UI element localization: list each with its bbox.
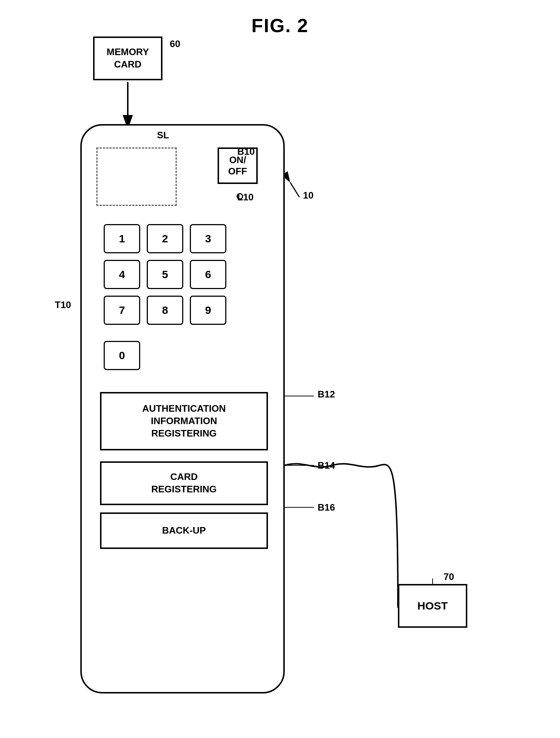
key-4[interactable]: 4 [104, 260, 140, 289]
key-6[interactable]: 6 [190, 260, 226, 289]
host-box: HOST [398, 584, 467, 628]
card-slot [96, 147, 177, 206]
card-slot-label: SL [157, 130, 169, 141]
key-7[interactable]: 7 [104, 296, 140, 325]
led-ref-label: L10 [237, 192, 254, 203]
host-label: HOST [417, 600, 448, 612]
auth-info-registering-button[interactable]: AUTHENTICATIONINFORMATIONREGISTERING [100, 392, 268, 450]
key-3[interactable]: 3 [190, 224, 226, 253]
keypad-ref-label: T10 [55, 299, 71, 311]
key-8[interactable]: 8 [147, 296, 183, 325]
host-ref-label: 70 [444, 571, 454, 583]
backup-button[interactable]: BACK-UP [100, 512, 268, 549]
memory-card-ref: 60 [170, 38, 180, 50]
keypad: 1 2 3 4 5 6 7 8 9 [104, 224, 226, 325]
backup-button-ref: B16 [318, 502, 335, 513]
key-0[interactable]: 0 [104, 341, 140, 370]
memory-card-box: MEMORYCARD [93, 36, 162, 80]
auth-button-ref: B12 [318, 389, 335, 400]
key-5[interactable]: 5 [147, 260, 183, 289]
svg-line-6 [290, 182, 299, 197]
on-off-ref-label: B10 [237, 146, 255, 157]
key-2[interactable]: 2 [147, 224, 183, 253]
card-button-ref: B14 [318, 460, 335, 471]
device-ref-label: 10 [303, 190, 314, 201]
key-1[interactable]: 1 [104, 224, 140, 253]
key-0-row: 0 [104, 341, 140, 370]
key-9[interactable]: 9 [190, 296, 226, 325]
memory-card-label: MEMORYCARD [107, 46, 149, 71]
card-registering-button[interactable]: CARDREGISTERING [100, 461, 268, 505]
device-body: ON/OFF 1 2 3 4 5 6 7 8 9 0 AUTHENTICATIO… [80, 124, 285, 693]
page-title: FIG. 2 [0, 0, 560, 36]
